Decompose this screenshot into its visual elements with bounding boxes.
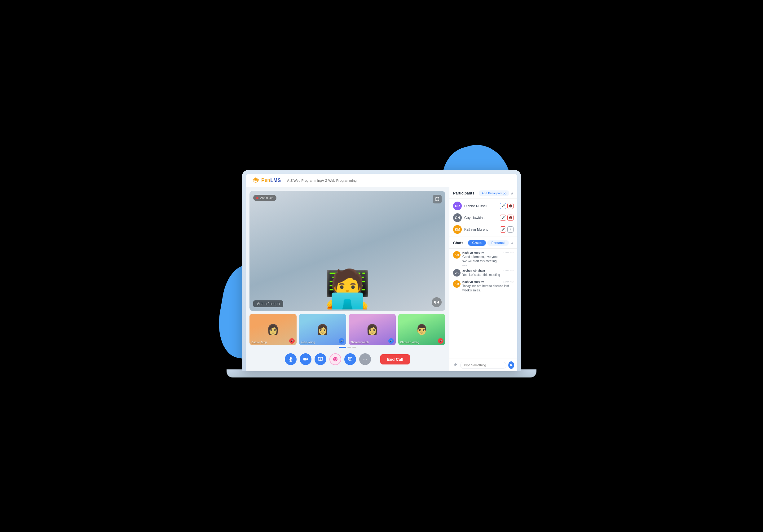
breadcrumb: A-Z Web ProgrammingA-Z Web Programming	[287, 179, 357, 182]
end-call-button[interactable]: End Call	[380, 354, 410, 365]
chat-message-1: KM Kathryn Murphy 11:01 AM Good afternoo…	[453, 251, 513, 266]
msg-text-3: Today, we are here to discuss last week'…	[462, 284, 513, 293]
participant-item-dianne: DR Dianne Russell 🎤 📵	[449, 200, 517, 212]
attach-button[interactable]	[453, 361, 458, 369]
thumb-person-3: 👩	[366, 323, 379, 335]
chat-button[interactable]	[344, 353, 356, 365]
add-participant-label: Add Participant	[482, 192, 502, 195]
participant-icons-guy: 🎤 📵	[500, 215, 513, 221]
msg-text-1b: We will start this meeting	[462, 259, 513, 264]
mic-button[interactable]	[285, 353, 296, 365]
more-dots: ···	[363, 357, 368, 362]
send-button[interactable]	[508, 361, 514, 369]
chats-collapse-button[interactable]: ∧	[511, 241, 513, 245]
video-icon-dianne[interactable]: 📵	[507, 203, 513, 209]
scroll-indicator	[250, 347, 445, 348]
chat-messages[interactable]: KM Kathryn Murphy 11:01 AM Good afternoo…	[449, 249, 517, 359]
msg-content-2: Joshua Abraham 11:02 AM Yes, Let's start…	[462, 269, 513, 277]
record-icon	[333, 357, 338, 361]
sidebar: Participants Add Participant	[449, 187, 517, 371]
laptop-frame: PenLMS A-Z Web ProgrammingA-Z Web Progra…	[242, 170, 521, 371]
msg-time-3: 11:04 AM	[503, 280, 513, 283]
mic-icon-dianne[interactable]: 🎤	[500, 203, 506, 209]
msg-avatar-3: KM	[453, 280, 461, 288]
app-body: 🧑‍💻 24:01:45	[246, 187, 517, 371]
svg-rect-2	[434, 301, 435, 303]
participant-name-dianne: Dianne Russell	[464, 204, 497, 208]
chat-message-2: JA Joshua Abraham 11:02 AM Yes, Let's st…	[453, 269, 513, 277]
participants-section: Participants Add Participant	[449, 187, 517, 236]
attach-icon	[454, 363, 457, 367]
chat-input-area	[449, 359, 517, 371]
scroll-dot-3	[352, 347, 356, 348]
chats-section: Chats Group Personal ∧	[449, 236, 517, 371]
screen-share-button[interactable]	[315, 353, 326, 365]
main-area: 🧑‍💻 24:01:45	[246, 187, 449, 371]
thumbnail-alice[interactable]: 👩 Alice Wong 🎤	[299, 314, 346, 345]
scroll-dot-2	[347, 347, 351, 348]
add-person-icon	[503, 192, 506, 195]
thumbnail-strip: 👩 Cassie Jung 🎤 👩 Alice Wong 🎤	[250, 314, 445, 345]
recording-dot	[256, 197, 259, 199]
scroll-dot-1	[339, 347, 346, 348]
chat-message-3: KM Kathryn Murphy 11:04 AM Today, we are…	[453, 280, 513, 293]
send-icon	[509, 363, 513, 367]
record-button[interactable]	[329, 353, 341, 365]
thumbnail-christian[interactable]: 👨 Christian Wong 🎤	[398, 314, 445, 345]
video-icon-kathryn[interactable]: 🖥	[507, 226, 513, 232]
main-video: 🧑‍💻 24:01:45	[250, 191, 445, 311]
main-video-bg: 🧑‍💻	[250, 191, 445, 311]
participant-icons-dianne: 🎤 📵	[500, 203, 513, 209]
participants-collapse-button[interactable]: ∧	[511, 191, 513, 195]
msg-content-1: Kathryn Murphy 11:01 AM Good afternoon, …	[462, 251, 513, 266]
logo-text: PenLMS	[261, 178, 281, 183]
participants-header: Participants Add Participant	[449, 187, 517, 199]
avatar-guy: GH	[453, 213, 462, 222]
tab-personal[interactable]: Personal	[487, 240, 509, 246]
msg-sender-2: Joshua Abraham	[462, 269, 485, 272]
thumb-mic-2: 🎤	[339, 338, 344, 344]
tab-group[interactable]: Group	[468, 240, 486, 246]
chat-input-field[interactable]	[460, 362, 506, 369]
thumb-person-1: 👩	[267, 323, 279, 335]
timer-text: 24:01:45	[260, 196, 273, 200]
camera-button[interactable]	[300, 353, 311, 365]
participant-name-kathryn: Kathryn Murphy	[464, 227, 497, 231]
more-button[interactable]: ···	[359, 353, 371, 365]
svg-rect-3	[435, 301, 436, 304]
participants-title: Participants	[453, 191, 475, 195]
msg-time-2: 11:02 AM	[503, 269, 513, 272]
svg-rect-5	[438, 301, 439, 304]
thumb-name-4: Christian Wong	[400, 341, 419, 344]
thumbnail-theresa[interactable]: 👩 Theresa Webb 🎤	[349, 314, 396, 345]
msg-header-1: Kathryn Murphy 11:01 AM	[462, 251, 513, 254]
dot-1	[462, 265, 464, 266]
thumb-person-2: 👩	[316, 323, 329, 335]
chat-tab-group: Group Personal	[468, 240, 509, 246]
mic-icon-guy[interactable]: 🎤	[500, 215, 506, 221]
participant-icons-kathryn: 🎤 🖥	[500, 226, 513, 232]
mic-icon-kathryn[interactable]: 🎤	[500, 226, 506, 232]
fullscreen-button[interactable]	[433, 195, 442, 204]
thumb-mic-1: 🎤	[289, 338, 295, 344]
dot-2	[464, 265, 466, 266]
thumb-name-3: Theresa Webb	[351, 341, 369, 344]
participant-item-kathryn: KM Kathryn Murphy 🎤 🖥	[449, 223, 517, 235]
thumb-name-2: Alice Wong	[301, 341, 315, 344]
controls-bar: ··· End Call	[250, 351, 445, 368]
add-participant-button[interactable]: Add Participant	[479, 190, 509, 196]
svg-rect-4	[437, 302, 438, 303]
main-speaker-name: Adam Joseph	[253, 301, 283, 307]
volume-button[interactable]	[432, 297, 442, 307]
chats-title: Chats	[453, 241, 463, 245]
video-icon-guy[interactable]: 📵	[507, 215, 513, 221]
volume-icon	[434, 301, 439, 304]
msg-avatar-1: KM	[453, 251, 461, 259]
camera-icon	[303, 357, 308, 361]
screen-share-icon	[318, 357, 323, 361]
chat-icon	[348, 357, 352, 361]
thumbnail-cassie[interactable]: 👩 Cassie Jung 🎤	[250, 314, 296, 345]
msg-text-2: Yes, Let's start this meeting	[462, 273, 513, 277]
chats-header: Chats Group Personal ∧	[449, 237, 517, 249]
participant-name-guy: Guy Hawkins	[464, 216, 497, 220]
